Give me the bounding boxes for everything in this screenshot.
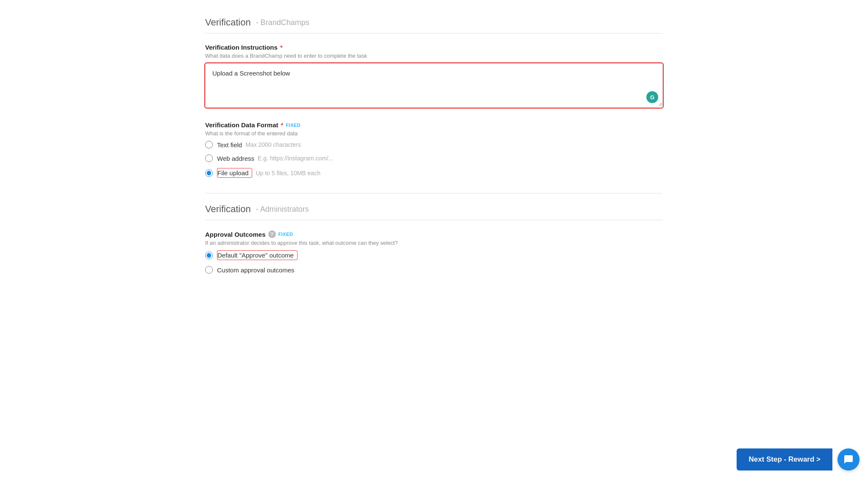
radio-text-field-label: Text field Max 2000 characters: [217, 141, 301, 148]
administrators-section-title: Verification: [205, 204, 251, 215]
section-divider: [205, 193, 663, 193]
required-star-2: *: [281, 121, 284, 129]
radio-web-address[interactable]: Web address E.g. https://instagram.com/.…: [205, 154, 663, 162]
radio-file-upload-selected-box: File upload: [217, 168, 252, 178]
fixed-badge-format: FIXED: [286, 123, 300, 128]
radio-file-upload[interactable]: File upload Up to 5 files, 10MB each: [205, 168, 663, 178]
radio-text-field[interactable]: Text field Max 2000 characters: [205, 141, 663, 148]
radio-default-approve-label: Default "Approve" outcome: [217, 250, 298, 260]
approval-outcomes-help-icon[interactable]: ?: [268, 230, 276, 238]
approval-outcomes-radio-group: Default "Approve" outcome Custom approva…: [205, 250, 663, 274]
administrators-section-subtitle: - Administrators: [256, 205, 309, 214]
verification-instructions-textarea[interactable]: Upload a Screenshot below: [206, 64, 662, 106]
verification-instructions-textarea-wrapper: Upload a Screenshot below G: [205, 63, 663, 108]
verification-data-format-group: Verification Data Format * FIXED What is…: [205, 121, 663, 178]
verification-instructions-label: Verification Instructions *: [205, 44, 663, 51]
brandchamps-section-subtitle: - BrandChamps: [256, 18, 309, 27]
radio-custom-approval-label: Custom approval outcomes: [217, 266, 295, 274]
verification-data-format-label: Verification Data Format * FIXED: [205, 121, 663, 129]
verification-data-format-description: What is the format of the entered data: [205, 130, 663, 137]
radio-text-field-input[interactable]: [205, 141, 213, 148]
data-format-radio-group: Text field Max 2000 characters Web addre…: [205, 141, 663, 178]
brandchamps-section-title: Verification: [205, 17, 251, 28]
verification-instructions-description: What data does a BrandChamp need to ente…: [205, 53, 663, 59]
radio-file-upload-input[interactable]: [205, 169, 213, 177]
radio-default-approve[interactable]: Default "Approve" outcome: [205, 250, 663, 260]
administrators-section-header: Verification - Administrators: [205, 204, 663, 220]
fixed-badge-approval: FIXED: [278, 232, 293, 237]
approval-outcomes-label: Approval Outcomes ? FIXED: [205, 230, 663, 238]
grammarly-icon[interactable]: G: [646, 91, 658, 103]
radio-default-approve-selected-box: Default "Approve" outcome: [217, 250, 298, 260]
page-container: Verification - BrandChamps Verification …: [180, 0, 688, 338]
radio-web-address-label: Web address E.g. https://instagram.com/.…: [217, 155, 333, 162]
radio-custom-approval[interactable]: Custom approval outcomes: [205, 266, 663, 274]
required-star: *: [280, 44, 283, 51]
verification-instructions-group: Verification Instructions * What data do…: [205, 44, 663, 108]
radio-default-approve-input[interactable]: [205, 252, 213, 259]
approval-outcomes-group: Approval Outcomes ? FIXED If an administ…: [205, 230, 663, 274]
radio-file-upload-label: File upload Up to 5 files, 10MB each: [217, 168, 320, 178]
radio-custom-approval-input[interactable]: [205, 266, 213, 274]
radio-web-address-input[interactable]: [205, 154, 213, 162]
approval-outcomes-description: If an administrator decides to approve t…: [205, 240, 663, 246]
brandchamps-section-header: Verification - BrandChamps: [205, 17, 663, 34]
